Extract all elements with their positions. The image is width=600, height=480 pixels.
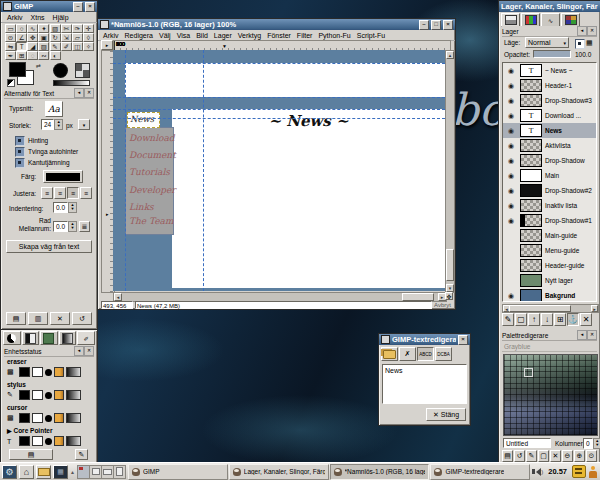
- close-button[interactable]: ×: [85, 2, 95, 12]
- text-editor-titlebar[interactable]: GIMP-textredigerare ×: [379, 334, 470, 345]
- justify-fill-button[interactable]: ≡: [80, 187, 92, 199]
- save-device-status-button[interactable]: ▤: [9, 449, 53, 460]
- open-file-button[interactable]: [381, 347, 398, 361]
- active-text-layer-box[interactable]: News: [127, 112, 160, 128]
- layer-visibility-icon[interactable]: [505, 187, 517, 195]
- airbrush-tool[interactable]: ✧: [83, 42, 94, 51]
- create-path-button[interactable]: Skapa väg från text: [6, 240, 92, 253]
- device-gradient-icon[interactable]: [66, 413, 81, 423]
- device-brush-icon[interactable]: [45, 369, 52, 376]
- crop-tool[interactable]: ▣: [38, 33, 49, 42]
- pager-desktop-3[interactable]: [102, 466, 114, 478]
- layer-visibility-icon[interactable]: [505, 97, 517, 105]
- indent-spinner[interactable]: 0.0▲▼: [53, 202, 77, 213]
- panel-hide-arrow-icon[interactable]: ▲: [70, 469, 75, 475]
- k-menu-button[interactable]: ⚙: [2, 465, 17, 479]
- close-button[interactable]: ×: [458, 335, 468, 345]
- layer-row[interactable]: Header-1: [503, 78, 596, 93]
- paintbrush-tool[interactable]: ✐: [61, 42, 72, 51]
- delete-color-button[interactable]: ✕: [550, 450, 561, 462]
- toolbox-menu-item[interactable]: Arkiv: [3, 14, 27, 21]
- anchor-layer-button[interactable]: ⚓: [567, 313, 579, 326]
- home-launcher-icon[interactable]: ⌂: [19, 465, 34, 479]
- foreground-color-swatch[interactable]: [9, 62, 26, 77]
- panel-close-icon[interactable]: ✕: [84, 88, 94, 98]
- image-menu-item[interactable]: Välj: [156, 32, 174, 39]
- device-gradient-icon[interactable]: [66, 390, 81, 400]
- layer-row[interactable]: Download ...: [503, 108, 596, 123]
- justify-left-button[interactable]: ≡: [41, 187, 53, 199]
- dodge-burn-tool[interactable]: ◐: [50, 51, 61, 60]
- volume-tray-icon[interactable]: ): [532, 468, 543, 476]
- ellipse-select-tool[interactable]: ○: [16, 24, 27, 33]
- text-color-button[interactable]: [43, 170, 83, 183]
- layer-visibility-icon[interactable]: [505, 217, 517, 225]
- layer-visibility-icon[interactable]: [505, 202, 517, 210]
- gradient-indicator[interactable]: [53, 80, 90, 86]
- device-fg-swatch[interactable]: [19, 436, 30, 446]
- device-pattern-icon[interactable]: [54, 436, 64, 446]
- tray-person-icon[interactable]: [588, 466, 598, 478]
- duplicate-layer-button[interactable]: ⊞: [554, 313, 566, 326]
- task-button[interactable]: GIMP: [128, 464, 228, 480]
- layer-row[interactable]: Drop-Shadow: [503, 153, 596, 168]
- device-bg-swatch[interactable]: [32, 413, 43, 423]
- justify-right-button[interactable]: ≡: [54, 187, 66, 199]
- layer-visibility-icon[interactable]: [505, 142, 517, 150]
- panel-close-icon[interactable]: ✕: [587, 330, 597, 340]
- device-brush-icon[interactable]: [45, 415, 52, 422]
- image-menu-item[interactable]: Redigera: [122, 32, 156, 39]
- layer-visibility-icon[interactable]: [505, 292, 517, 300]
- vertical-scrollbar[interactable]: ▴ ▾: [445, 50, 455, 293]
- pencil-tool[interactable]: ✎: [50, 42, 61, 51]
- revert-palette-button[interactable]: ↺: [514, 450, 525, 462]
- smudge-tool[interactable]: ∾: [38, 51, 49, 60]
- delete-options-button[interactable]: ✕: [50, 312, 70, 325]
- zoom-all-button[interactable]: ⊙: [586, 450, 597, 462]
- pager-desktop-4[interactable]: [114, 466, 125, 478]
- device-bg-swatch[interactable]: [32, 436, 43, 446]
- free-select-tool[interactable]: ∿: [27, 24, 38, 33]
- patterns-tab[interactable]: [40, 331, 58, 345]
- image-menu-item[interactable]: Lager: [211, 32, 235, 39]
- move-tool[interactable]: ✥: [27, 33, 38, 42]
- edit-layer-button[interactable]: ✎: [502, 313, 514, 326]
- layer-visibility-icon[interactable]: [505, 112, 517, 120]
- layer-row[interactable]: Menu-guide: [503, 243, 596, 258]
- zoom-in-button[interactable]: ⊕: [574, 450, 585, 462]
- toolbox-titlebar[interactable]: GIMP – ×: [1, 1, 97, 12]
- clone-tool[interactable]: ⊞: [16, 51, 27, 60]
- device-bg-swatch[interactable]: [32, 390, 43, 400]
- close-dialog-button[interactable]: ✕Stäng: [426, 408, 466, 421]
- image-menu-item[interactable]: Filter: [294, 32, 316, 39]
- delete-layer-button[interactable]: ✕: [580, 313, 592, 326]
- scale-tool[interactable]: ⇲: [61, 33, 72, 42]
- desktop-pager[interactable]: [77, 465, 126, 479]
- shear-tool[interactable]: ▱: [72, 33, 83, 42]
- opacity-slider[interactable]: [533, 50, 571, 58]
- device-brush-icon[interactable]: [45, 438, 52, 445]
- device-fg-swatch[interactable]: [19, 367, 30, 377]
- line-spacing-spinner[interactable]: 0.0▲▼: [53, 221, 77, 232]
- font-picker-button[interactable]: Aa: [45, 101, 63, 117]
- restore-options-button[interactable]: ▥: [28, 312, 48, 325]
- pager-desktop-2[interactable]: [90, 466, 102, 478]
- colormap-tab[interactable]: [561, 13, 580, 27]
- swap-colors-icon[interactable]: ⇄: [36, 62, 41, 69]
- text-tool[interactable]: T: [16, 42, 27, 51]
- panel-close-icon[interactable]: ✕: [587, 26, 597, 36]
- layer-row[interactable]: Nytt lager: [503, 273, 596, 288]
- navigation-button[interactable]: ✥: [445, 292, 453, 300]
- panel-menu-icon[interactable]: ◂: [577, 330, 587, 340]
- checkbox[interactable]: [15, 147, 25, 157]
- documents-launcher-icon[interactable]: [36, 465, 51, 479]
- task-button[interactable]: *Namnlös-1.0 (RGB, 16 lager) 10: [330, 464, 430, 480]
- color-picker-tool[interactable]: ✛: [83, 24, 94, 33]
- new-layer-button[interactable]: ▢: [515, 313, 527, 326]
- new-color-button[interactable]: ▢: [538, 450, 549, 462]
- checkbox[interactable]: [15, 158, 25, 168]
- flip-tool[interactable]: ⇋: [5, 42, 16, 51]
- canvas-menu-button[interactable]: ▸: [101, 40, 113, 50]
- fuzzy-select-tool[interactable]: ✦: [38, 24, 49, 33]
- paths-tab[interactable]: ∿: [541, 13, 560, 27]
